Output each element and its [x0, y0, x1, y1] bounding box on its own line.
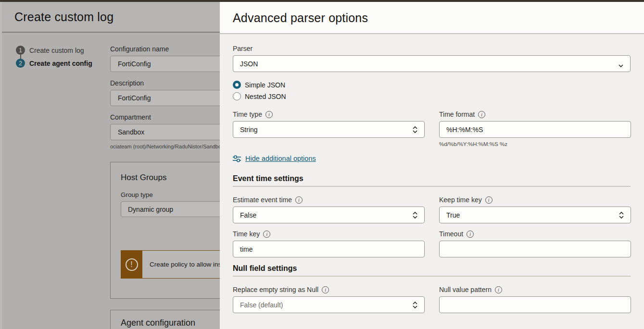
nested-json-radio[interactable] [233, 92, 241, 100]
chevron-up-down-icon [412, 301, 418, 309]
host-groups-card: Host Groups Group type Dynamic group ! C… [110, 162, 220, 299]
info-icon[interactable]: i [265, 111, 273, 118]
page-title: Create custom log [14, 10, 114, 24]
time-type-select[interactable]: String [233, 121, 425, 138]
time-format-helper: %d/%b/%Y:%H:%M:%S %z [439, 141, 507, 147]
timeout-label: Timeout i [439, 230, 474, 238]
simple-json-radio[interactable] [233, 81, 241, 89]
chevron-up-down-icon [618, 60, 624, 68]
nested-json-label: Nested JSON [245, 93, 286, 100]
chevron-up-down-icon [412, 126, 418, 134]
compartment-select: Sandbox [110, 124, 220, 140]
policy-warning-banner: ! Create policy to allow ins [121, 250, 220, 279]
compartment-label: Compartment [110, 113, 151, 121]
panel-header: Advanced parser options [220, 2, 644, 34]
null-value-pattern-input[interactable] [439, 296, 631, 313]
top-navigation-bar [0, 0, 644, 2]
null-value-pattern-label: Null value pattern i [439, 286, 502, 293]
advanced-parser-options-panel: Advanced parser options Parser JSON Simp… [220, 0, 644, 329]
host-groups-title: Host Groups [121, 173, 166, 183]
estimate-event-time-select[interactable]: False [233, 207, 425, 223]
step-1-badge: 1 [16, 46, 25, 55]
agent-configuration-title: Agent configuration [121, 318, 195, 328]
parser-select-value: JSON [240, 60, 258, 68]
time-format-label: Time format i [439, 110, 485, 118]
replace-empty-string-select[interactable]: False (default) [233, 296, 425, 313]
simple-json-radio-row[interactable]: Simple JSON [233, 81, 285, 89]
keep-time-key-label: Keep time key i [439, 196, 492, 204]
estimate-event-time-value: False [240, 211, 256, 219]
time-type-label: Time type i [233, 110, 273, 118]
event-time-settings-heading: Event time settings [233, 174, 303, 183]
configuration-name-input: FortiConfig [110, 56, 220, 72]
compartment-path: ociateam (root)/Networking/RaduNistor/Sa… [110, 144, 220, 149]
wizard-step-2: 2 Create agent config [16, 59, 92, 68]
info-icon[interactable]: i [495, 286, 502, 293]
time-key-label: Time key i [233, 230, 270, 238]
info-icon[interactable]: i [263, 231, 270, 238]
parser-select[interactable]: JSON [233, 55, 631, 72]
warning-text: Create policy to allow ins [142, 250, 220, 279]
step-1-label: Create custom log [29, 47, 84, 54]
replace-empty-string-label: Replace empty string as Null i [233, 286, 329, 293]
timeout-input[interactable] [439, 241, 631, 257]
alert-circle-icon: ! [126, 258, 138, 271]
group-type-label: Group type [121, 191, 153, 198]
info-icon[interactable]: i [478, 111, 485, 118]
time-format-input[interactable] [439, 121, 631, 138]
chevron-up-down-icon [412, 211, 418, 219]
warning-icon-box: ! [121, 250, 142, 279]
group-type-select: Dynamic group [121, 201, 220, 217]
hide-additional-options-link[interactable]: Hide additional options [245, 155, 316, 162]
hide-additional-options-row[interactable]: Hide additional options [233, 155, 316, 162]
null-field-settings-heading: Null field settings [233, 264, 297, 273]
step-2-badge: 2 [16, 59, 25, 68]
step-2-label: Create agent config [29, 60, 92, 67]
parser-label: Parser [233, 45, 253, 52]
nested-json-radio-row[interactable]: Nested JSON [233, 92, 286, 100]
info-icon[interactable]: i [322, 286, 329, 293]
simple-json-label: Simple JSON [245, 81, 285, 89]
description-label: Description [110, 79, 144, 87]
chevron-up-down-icon [618, 211, 625, 219]
wizard-step-1: 1 Create custom log [16, 46, 84, 55]
keep-time-key-value: True [446, 211, 460, 219]
info-icon[interactable]: i [295, 196, 303, 204]
agent-configuration-card: Agent configuration [110, 310, 220, 329]
replace-empty-string-value: False (default) [240, 301, 283, 309]
description-input: FortiConfig [110, 90, 220, 106]
section-divider [233, 186, 631, 187]
sliders-icon [233, 155, 241, 162]
create-custom-log-page: Create custom log 1 Create custom log 2 … [0, 2, 220, 329]
keep-time-key-select[interactable]: True [439, 207, 631, 223]
panel-title: Advanced parser options [233, 11, 368, 25]
page-header: Create custom log [2, 2, 220, 33]
configuration-name-label: Configuration name [110, 45, 169, 53]
estimate-event-time-label: Estimate event time i [233, 196, 303, 204]
screen: Create custom log 1 Create custom log 2 … [0, 0, 644, 329]
time-key-input[interactable] [233, 241, 425, 257]
section-divider [233, 276, 631, 277]
info-icon[interactable]: i [485, 196, 492, 204]
info-icon[interactable]: i [467, 231, 474, 238]
time-type-select-value: String [240, 126, 258, 134]
